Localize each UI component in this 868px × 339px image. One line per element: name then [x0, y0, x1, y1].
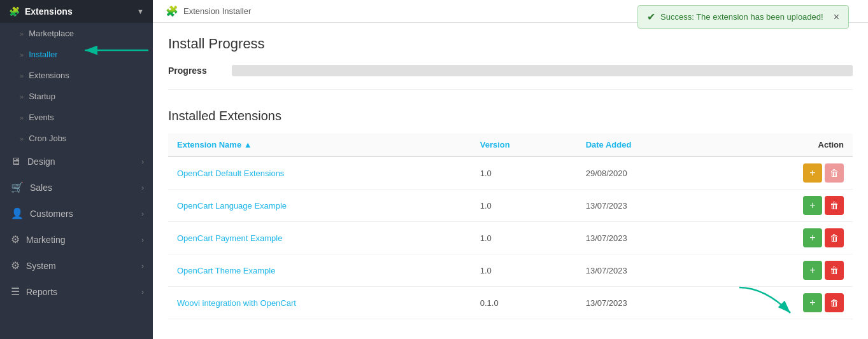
sidebar-item-system-label: System: [26, 261, 56, 271]
sidebar-item-events-label: Events: [29, 113, 54, 122]
extension-name-link[interactable]: OpenCart Theme Example: [177, 266, 275, 275]
cell-name: OpenCart Language Example: [168, 190, 471, 222]
breadcrumb: Extension Installer: [183, 6, 251, 16]
table-header-row: Extension Name ▲ Version Date Added Acti…: [168, 134, 853, 156]
chevron-right-icon-5: ›: [141, 262, 144, 270]
chevron-down-icon: ▼: [137, 8, 144, 15]
sidebar-item-customers-label: Customers: [30, 209, 73, 219]
col-date[interactable]: Date Added: [577, 134, 718, 156]
settings-icon: ⚙: [11, 233, 20, 246]
delete-button[interactable]: 🗑: [825, 196, 844, 215]
col-name[interactable]: Extension Name ▲: [168, 134, 471, 156]
cell-date: 13/07/2023: [577, 190, 718, 222]
extension-name-link[interactable]: OpenCart Language Example: [177, 201, 287, 211]
sidebar-item-installer[interactable]: » Installer: [0, 44, 153, 65]
sidebar-item-cron-jobs-label: Cron Jobs: [29, 134, 66, 143]
cell-version: 0.1.0: [471, 287, 577, 319]
delete-button[interactable]: 🗑: [825, 228, 844, 247]
sidebar: 🧩 Extensions ▼ » Marketplace » Installer…: [0, 0, 153, 339]
puzzle-icon: 🧩: [9, 6, 20, 17]
progress-section: Progress: [168, 65, 853, 90]
installer-arrow: [72, 41, 153, 59]
cell-name: Woovi integration with OpenCart: [168, 287, 471, 319]
install-progress-title: Install Progress: [168, 36, 853, 52]
cell-name: OpenCart Default Extensions: [168, 156, 471, 190]
cell-version: 1.0: [471, 222, 577, 254]
sidebar-extensions-header[interactable]: 🧩 Extensions ▼: [0, 0, 153, 23]
sidebar-item-design[interactable]: 🖥 Design ›: [0, 149, 153, 174]
table-row: OpenCart Payment Example1.013/07/2023+🗑: [168, 222, 853, 254]
sidebar-item-marketing[interactable]: ⚙ Marketing ›: [0, 226, 153, 253]
delete-button[interactable]: 🗑: [825, 163, 844, 183]
cell-name: OpenCart Payment Example: [168, 222, 471, 254]
sidebar-item-startup-label: Startup: [29, 92, 55, 101]
col-action: Action: [717, 134, 853, 156]
double-chevron-icon-6: »: [20, 135, 24, 142]
cell-date: 13/07/2023: [577, 287, 718, 319]
extension-name-link[interactable]: OpenCart Payment Example: [177, 233, 282, 243]
monitor-icon: 🖥: [11, 156, 21, 167]
sidebar-item-design-label: Design: [27, 156, 55, 167]
sidebar-item-extensions-label: Extensions: [29, 71, 69, 80]
sidebar-item-startup[interactable]: » Startup: [0, 86, 153, 107]
col-date-label: Date Added: [586, 140, 632, 149]
cell-date: 29/08/2020: [577, 156, 718, 190]
progress-bar-container: [232, 65, 853, 76]
chevron-right-icon-6: ›: [141, 288, 144, 296]
cart-icon: 🛒: [11, 181, 24, 193]
double-chevron-icon-2: »: [20, 51, 24, 59]
col-version[interactable]: Version: [471, 134, 577, 156]
cell-action: +🗑: [717, 287, 853, 319]
col-action-label: Action: [818, 140, 844, 149]
cell-action: +🗑: [717, 156, 853, 190]
sidebar-item-customers[interactable]: 👤 Customers ›: [0, 200, 153, 226]
cell-date: 13/07/2023: [577, 254, 718, 287]
install-button[interactable]: +: [803, 163, 822, 183]
cell-date: 13/07/2023: [577, 222, 718, 254]
install-button[interactable]: +: [803, 261, 822, 280]
gear-icon: ⚙: [11, 259, 20, 272]
success-notification: ✔ Success: The extension has been upload…: [637, 5, 849, 29]
cell-action: +🗑: [717, 190, 853, 222]
cell-name: OpenCart Theme Example: [168, 254, 471, 287]
sidebar-item-events[interactable]: » Events: [0, 107, 153, 128]
person-icon: 👤: [11, 207, 24, 219]
double-chevron-icon: »: [20, 30, 24, 38]
extension-name-link[interactable]: OpenCart Default Extensions: [177, 169, 284, 178]
chevron-right-icon-3: ›: [141, 210, 144, 218]
cell-version: 1.0: [471, 254, 577, 287]
content-area: Install Progress Progress Installed Exte…: [153, 23, 868, 339]
extension-name-link[interactable]: Woovi integration with OpenCart: [177, 298, 296, 308]
table-row: OpenCart Default Extensions1.029/08/2020…: [168, 156, 853, 190]
sidebar-item-marketplace[interactable]: » Marketplace: [0, 23, 153, 44]
sidebar-item-marketplace-label: Marketplace: [29, 29, 74, 38]
cell-action: +🗑: [717, 222, 853, 254]
delete-button[interactable]: 🗑: [825, 261, 844, 280]
cell-version: 1.0: [471, 156, 577, 190]
sidebar-item-reports[interactable]: ☰ Reports ›: [0, 279, 153, 305]
list-icon: ☰: [11, 286, 20, 298]
chevron-right-icon: ›: [141, 158, 144, 165]
sidebar-item-extensions[interactable]: » Extensions: [0, 65, 153, 86]
sidebar-item-sales-label: Sales: [30, 183, 52, 193]
extensions-table: Extension Name ▲ Version Date Added Acti…: [168, 134, 853, 319]
double-chevron-icon-5: »: [20, 114, 24, 121]
cell-action: +🗑: [717, 254, 853, 287]
sidebar-item-system[interactable]: ⚙ System ›: [0, 253, 153, 279]
topbar: 🧩 Extension Installer ✔ Success: The ext…: [153, 0, 868, 23]
sidebar-item-cron-jobs[interactable]: » Cron Jobs: [0, 128, 153, 149]
table-row: OpenCart Language Example1.013/07/2023+🗑: [168, 190, 853, 222]
install-button[interactable]: +: [803, 228, 822, 247]
notification-close-button[interactable]: ×: [834, 11, 839, 23]
sidebar-item-marketing-label: Marketing: [26, 235, 65, 245]
table-row: OpenCart Theme Example1.013/07/2023+🗑: [168, 254, 853, 287]
col-version-label: Version: [480, 140, 510, 149]
double-chevron-icon-4: »: [20, 93, 24, 100]
install-button[interactable]: +: [803, 293, 822, 312]
sidebar-item-sales[interactable]: 🛒 Sales ›: [0, 174, 153, 200]
table-row: Woovi integration with OpenCart0.1.013/0…: [168, 287, 853, 319]
main-content: 🧩 Extension Installer ✔ Success: The ext…: [153, 0, 868, 339]
delete-button[interactable]: 🗑: [825, 293, 844, 312]
progress-label: Progress: [168, 66, 219, 76]
install-button[interactable]: +: [803, 196, 822, 215]
